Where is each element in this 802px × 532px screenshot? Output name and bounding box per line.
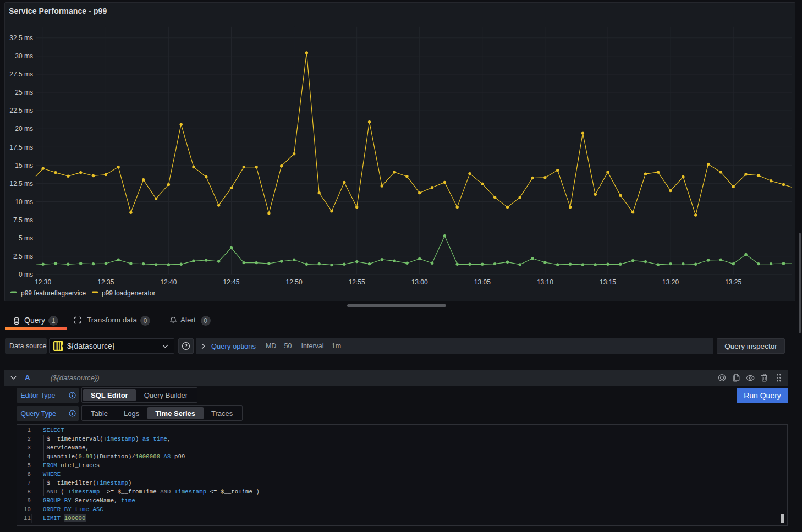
svg-text:5 ms: 5 ms xyxy=(19,234,33,242)
svg-text:p99 featureflagservice: p99 featureflagservice xyxy=(21,289,86,297)
svg-text:15 ms: 15 ms xyxy=(15,162,33,169)
svg-text:12.5 ms: 12.5 ms xyxy=(9,180,33,188)
svg-text:12:45: 12:45 xyxy=(223,278,239,286)
svg-text:13:20: 13:20 xyxy=(662,278,679,286)
svg-text:12:55: 12:55 xyxy=(349,278,365,286)
svg-text:12:30: 12:30 xyxy=(35,278,51,286)
svg-text:p99 loadgenerator: p99 loadgenerator xyxy=(102,289,155,297)
svg-text:27.5 ms: 27.5 ms xyxy=(9,70,33,78)
svg-text:25 ms: 25 ms xyxy=(15,89,33,96)
svg-text:13:10: 13:10 xyxy=(537,278,553,286)
svg-text:30 ms: 30 ms xyxy=(15,52,33,60)
svg-text:10 ms: 10 ms xyxy=(15,198,33,206)
svg-text:13:15: 13:15 xyxy=(600,278,616,286)
svg-text:20 ms: 20 ms xyxy=(15,125,33,133)
svg-text:0 ms: 0 ms xyxy=(19,271,33,278)
svg-text:12:40: 12:40 xyxy=(160,278,177,286)
svg-text:13:05: 13:05 xyxy=(474,278,491,286)
svg-text:2.5 ms: 2.5 ms xyxy=(13,253,33,260)
svg-text:12:50: 12:50 xyxy=(286,278,303,286)
svg-text:13:25: 13:25 xyxy=(725,278,741,286)
svg-text:17.5 ms: 17.5 ms xyxy=(9,144,33,151)
svg-text:32.5 ms: 32.5 ms xyxy=(9,34,33,42)
svg-text:22.5 ms: 22.5 ms xyxy=(9,107,33,114)
svg-text:7.5 ms: 7.5 ms xyxy=(13,216,33,224)
svg-text:12:35: 12:35 xyxy=(97,278,114,286)
svg-text:13:00: 13:00 xyxy=(411,278,428,286)
